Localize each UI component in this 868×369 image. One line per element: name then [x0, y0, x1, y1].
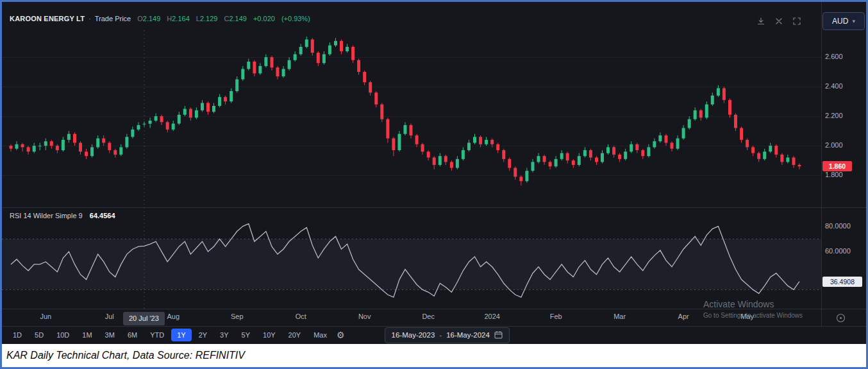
date-separator: -: [439, 331, 442, 339]
x-axis-label[interactable]: 2024: [484, 313, 499, 320]
chart-header: KAROON ENERGY LT · Trade Price O2.149 H2…: [10, 15, 310, 22]
range-button-5d[interactable]: 5D: [29, 329, 49, 341]
range-button-10d[interactable]: 10D: [51, 329, 75, 341]
open-value: 2.149: [143, 15, 161, 22]
close-icon[interactable]: [775, 16, 783, 28]
x-axis-label[interactable]: Dec: [422, 313, 435, 320]
series-label: Trade Price: [95, 15, 131, 22]
low-value: 2.129: [200, 15, 218, 22]
currency-select[interactable]: AUD ▾: [822, 12, 865, 30]
date-range-picker[interactable]: 16-May-2023 - 16-May-2024: [385, 327, 510, 343]
symbol-name: KAROON ENERGY LT: [10, 15, 85, 22]
fullscreen-icon[interactable]: [793, 16, 801, 28]
range-button-6m[interactable]: 6M: [122, 329, 143, 341]
x-axis-label[interactable]: Sep: [231, 313, 244, 320]
chart-settings-button[interactable]: ⚙: [333, 330, 349, 339]
x-axis-label[interactable]: Apr: [678, 313, 689, 320]
x-axis-label[interactable]: Aug: [167, 313, 179, 320]
rsi-label: RSI 14 Wilder Simple 9: [10, 212, 83, 219]
rsi-last-value-badge: 36.4908: [822, 277, 862, 287]
header-separator: ·: [88, 15, 91, 22]
range-button-1d[interactable]: 1D: [7, 329, 28, 341]
range-toolbar: 1D5D10D1M3M6MYTD1Y2Y3Y5Y10Y20YMax ⚙ 16-M…: [2, 326, 866, 344]
x-axis-label[interactable]: Jul: [105, 313, 114, 320]
x-axis-label[interactable]: Oct: [296, 313, 306, 320]
figure-caption: KAR Daily Technical Chart, Data Source: …: [2, 344, 866, 367]
rsi-crosshair-value: 64.4564: [90, 212, 115, 219]
range-buttons: 1D5D10D1M3M6MYTD1Y2Y3Y5Y10Y20YMax: [7, 329, 333, 341]
scroll-target-icon[interactable]: [835, 313, 846, 326]
chart-panel: KAROON ENERGY LT · Trade Price O2.149 H2…: [2, 2, 866, 344]
high-label: H: [167, 15, 172, 22]
range-button-10y[interactable]: 10Y: [257, 329, 281, 341]
x-axis-label[interactable]: Feb: [550, 313, 562, 320]
range-button-max[interactable]: Max: [308, 329, 333, 341]
range-button-3m[interactable]: 3M: [99, 329, 121, 341]
close-label: C: [224, 15, 229, 22]
range-button-20y[interactable]: 20Y: [283, 329, 307, 341]
x-axis-label[interactable]: Nov: [358, 313, 371, 320]
currency-value: AUD: [832, 17, 848, 26]
x-axis-label[interactable]: May: [740, 313, 754, 320]
chevron-down-icon: ▾: [852, 18, 855, 24]
date-from: 16-May-2023: [392, 331, 435, 339]
high-value: 2.164: [172, 15, 190, 22]
price-rsi-chart[interactable]: [2, 2, 866, 344]
calendar-icon: [494, 330, 503, 340]
close-value: 2.149: [229, 15, 247, 22]
chart-action-icons: [757, 16, 801, 28]
range-button-3y[interactable]: 3Y: [214, 329, 234, 341]
date-tooltip: 20 Jul '23: [123, 312, 165, 325]
download-icon[interactable]: [757, 16, 765, 28]
date-to: 16-May-2024: [446, 331, 490, 339]
x-axis-label[interactable]: Mar: [613, 313, 626, 320]
range-button-5y[interactable]: 5Y: [236, 329, 256, 341]
price-axis-label: 2.200: [825, 112, 843, 119]
price-axis-label: 2.600: [825, 53, 843, 60]
price-axis-label: 2.000: [825, 141, 843, 149]
x-axis-label[interactable]: Jun: [40, 313, 51, 320]
open-label: O: [137, 15, 143, 22]
rsi-axis-label: 80.0000: [825, 222, 851, 230]
watermark-line1: Activate Windows: [703, 299, 803, 309]
range-button-1m[interactable]: 1M: [76, 329, 97, 341]
chart-window: KAROON ENERGY LT · Trade Price O2.149 H2…: [0, 0, 868, 369]
range-button-2y[interactable]: 2Y: [193, 329, 213, 341]
change-percent: (+0.93%): [281, 15, 310, 22]
rsi-axis-label: 60.0000: [825, 247, 851, 255]
rsi-legend: RSI 14 Wilder Simple 9 64.4564: [10, 212, 115, 219]
price-axis-label: 2.400: [825, 82, 843, 90]
gear-icon: ⚙: [337, 330, 345, 340]
change-value: +0.020: [253, 15, 275, 22]
range-button-1y[interactable]: 1Y: [171, 329, 191, 341]
range-button-ytd[interactable]: YTD: [144, 329, 170, 341]
caption-text: KAR Daily Technical Chart, Data Source: …: [6, 350, 245, 361]
price-axis-label: 1.800: [825, 171, 843, 178]
last-price-badge: 1.860: [822, 161, 852, 171]
